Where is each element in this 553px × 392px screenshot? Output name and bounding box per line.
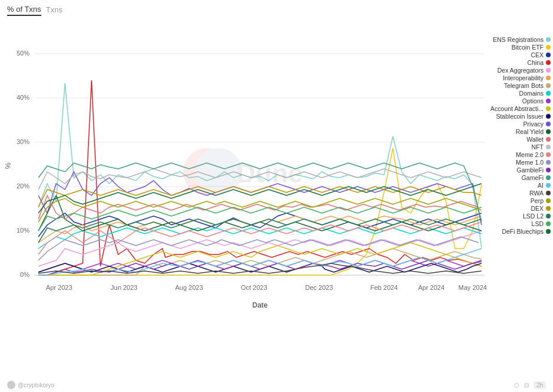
legend-item: Meme 2.0 xyxy=(490,151,551,158)
legend-item: Stablecoin Issuer xyxy=(490,113,551,120)
legend-item: Options xyxy=(490,97,551,104)
svg-text:Dune: Dune xyxy=(236,158,303,188)
legend-label: AI xyxy=(538,182,544,189)
footer-icons: ⬡ ⊡ 2h xyxy=(514,381,546,389)
legend-dot xyxy=(546,53,551,57)
legend-dot xyxy=(546,137,551,142)
legend-label: ENS Registrations xyxy=(493,36,544,43)
chart-container: % of Txns Txns 50% 40% 30% 20% 10% 0% Ap… xyxy=(0,0,553,392)
legend-label: Meme 1.0 xyxy=(516,159,544,166)
legend-label: Account Abstracti... xyxy=(490,105,544,112)
svg-text:Aug 2023: Aug 2023 xyxy=(175,284,203,291)
legend-item: Wallet xyxy=(490,136,551,143)
legend-item: AI xyxy=(490,182,551,189)
legend-item: Account Abstracti... xyxy=(490,105,551,112)
legend-dot xyxy=(546,106,551,111)
legend-item: Domains xyxy=(490,90,551,97)
svg-text:50%: 50% xyxy=(17,50,30,57)
legend-item: Telegram Bots xyxy=(490,82,551,89)
tab-txns[interactable]: Txns xyxy=(46,5,63,15)
legend-label: Perp xyxy=(531,197,544,204)
legend-dot xyxy=(546,175,551,180)
legend-item: LSD L2 xyxy=(490,213,551,220)
svg-text:20%: 20% xyxy=(17,182,30,190)
legend-dot xyxy=(546,229,551,234)
svg-text:40%: 40% xyxy=(17,94,30,101)
legend-label: CEX xyxy=(531,51,544,58)
legend-dot xyxy=(546,221,551,226)
legend-label: Stablecoin Issuer xyxy=(496,113,544,120)
legend-dot xyxy=(546,183,551,188)
legend-item: DeFi Bluechips xyxy=(490,228,551,235)
share-icon[interactable]: ⬡ xyxy=(514,382,519,388)
svg-text:Date: Date xyxy=(252,301,268,309)
legend-item: Dex Aggregators xyxy=(490,67,551,74)
chart-footer: @cryptokoryo xyxy=(7,381,54,389)
legend-dot xyxy=(546,168,551,172)
legend-item: Real Yield xyxy=(490,128,551,135)
legend-label: China xyxy=(528,59,544,66)
legend-label: DEX xyxy=(531,205,544,212)
legend-label: Privacy xyxy=(523,120,544,128)
svg-text:10%: 10% xyxy=(17,227,30,234)
legend-label: Real Yield xyxy=(516,128,544,135)
legend-label: GambleFi xyxy=(516,166,544,174)
legend-label: LSD xyxy=(532,220,544,227)
legend-dot xyxy=(546,198,551,203)
legend-dot xyxy=(546,60,551,65)
legend-dot xyxy=(546,122,551,126)
time-badge: 2h xyxy=(534,381,546,389)
legend-item: ENS Registrations xyxy=(490,36,551,43)
legend-label: Domains xyxy=(519,90,544,97)
author-avatar xyxy=(7,381,15,389)
legend-label: Options xyxy=(522,97,544,104)
svg-text:Oct 2023: Oct 2023 xyxy=(241,284,268,291)
chart-header: % of Txns Txns xyxy=(0,0,553,18)
legend-item: CEX xyxy=(490,51,551,58)
legend-dot xyxy=(546,114,551,119)
legend-item: DEX xyxy=(490,205,551,212)
legend-item: GambleFi xyxy=(490,166,551,174)
legend-item: Perp xyxy=(490,197,551,204)
legend-label: RWA xyxy=(529,190,544,197)
svg-text:%: % xyxy=(4,162,12,169)
legend-dot xyxy=(546,214,551,218)
tab-pct-txns[interactable]: % of Txns xyxy=(7,5,41,16)
legend-label: GameFi xyxy=(522,174,544,181)
svg-text:0%: 0% xyxy=(20,271,30,278)
legend-dot xyxy=(546,99,551,103)
legend-item: LSD xyxy=(490,220,551,227)
legend-dot xyxy=(546,191,551,195)
legend-label: Dex Aggregators xyxy=(497,67,544,74)
legend-label: Bitcoin ETF xyxy=(512,44,544,51)
legend-dot xyxy=(546,76,551,80)
svg-text:Apr 2023: Apr 2023 xyxy=(46,284,73,291)
legend-item: Meme 1.0 xyxy=(490,159,551,166)
legend-label: NFT xyxy=(532,143,544,151)
legend-dot xyxy=(546,91,551,96)
legend-item: GameFi xyxy=(490,174,551,181)
svg-text:Apr 2024: Apr 2024 xyxy=(418,284,445,291)
svg-text:May 2024: May 2024 xyxy=(458,284,487,291)
download-icon[interactable]: ⊡ xyxy=(524,382,529,388)
svg-point-24 xyxy=(195,148,242,195)
svg-text:Dec 2023: Dec 2023 xyxy=(305,284,333,291)
author-label: @cryptokoryo xyxy=(18,382,54,388)
legend-dot xyxy=(546,145,551,149)
legend-label: Wallet xyxy=(526,136,544,143)
legend-dot xyxy=(546,37,551,42)
legend-dot xyxy=(546,160,551,165)
legend-dot xyxy=(546,129,551,134)
svg-text:30%: 30% xyxy=(17,138,30,145)
legend-label: Meme 2.0 xyxy=(516,151,544,158)
legend-label: Interoperability xyxy=(503,74,544,81)
legend-dot xyxy=(546,45,551,50)
svg-text:Feb 2024: Feb 2024 xyxy=(370,284,398,291)
legend-dot xyxy=(546,152,551,157)
legend-item: Privacy xyxy=(490,120,551,128)
chart-legend: ENS Registrations Bitcoin ETF CEX China … xyxy=(490,36,551,235)
legend-dot xyxy=(546,206,551,211)
legend-item: RWA xyxy=(490,190,551,197)
legend-item: NFT xyxy=(490,143,551,151)
legend-label: LSD L2 xyxy=(523,213,544,220)
